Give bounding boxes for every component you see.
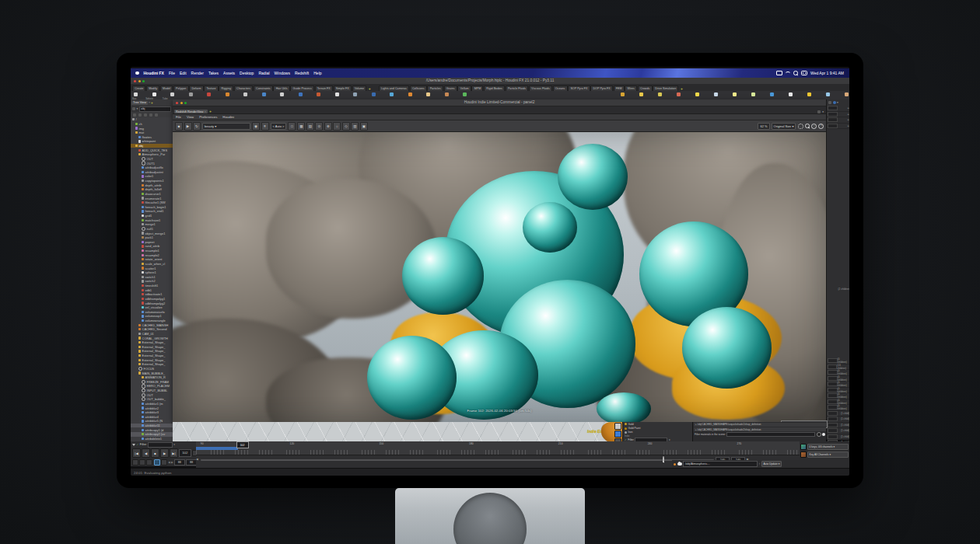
shelf-tab[interactable]: Polygon: [173, 85, 189, 91]
shelf-tab[interactable]: Characters: [234, 85, 253, 91]
shelf-tab[interactable]: Deform: [189, 85, 203, 91]
shelf-tab[interactable]: Lights and Cameras: [379, 85, 409, 91]
view-toggle-icon[interactable]: ⊕: [324, 122, 332, 131]
tree-tool-icon[interactable]: [149, 113, 152, 117]
channel-thumbnail-icon[interactable]: [800, 444, 807, 450]
param-field[interactable]: [828, 112, 838, 117]
shelf-tool-icon[interactable]: [789, 92, 793, 96]
range-start-field[interactable]: 88: [174, 459, 185, 466]
children-row[interactable]: (1 child): [827, 428, 849, 434]
shelf-tab[interactable]: Volume: [352, 85, 367, 91]
shelf-tool-icon[interactable]: [733, 92, 737, 96]
zoom-button[interactable]: [184, 102, 187, 104]
zoom-button[interactable]: [142, 80, 145, 82]
shelf-tab[interactable]: Modify: [146, 85, 159, 91]
export-toggle-icon[interactable]: [146, 459, 152, 466]
shelf-tool-icon[interactable]: [807, 92, 811, 96]
shop-path-row[interactable]: ▸ /obj/CACHED_MAINSHAPE/uvquickshade1/sh…: [694, 423, 826, 427]
cloud-icon[interactable]: [677, 462, 682, 466]
param-field[interactable]: [828, 124, 838, 128]
menu-app-name[interactable]: Houdini FX: [144, 71, 164, 75]
range-left-arrow-icon[interactable]: ◀: [196, 458, 198, 461]
tree-path-field[interactable]: obj: [139, 106, 171, 112]
info-icon[interactable]: i: [811, 124, 817, 129]
panel-menu-item[interactable]: Houdini: [222, 115, 234, 119]
render-control-icon[interactable]: ↻: [193, 122, 201, 131]
shelf-tab[interactable]: Particle Fluids: [506, 85, 529, 91]
tree-tool-icon[interactable]: [138, 113, 142, 117]
render-control-icon[interactable]: ▶: [184, 122, 192, 131]
toggle-dark-icon[interactable]: [817, 432, 821, 437]
tree-tool-icon[interactable]: [133, 113, 136, 117]
zoom-level-field[interactable]: 62 %: [758, 123, 769, 130]
shelf-tab[interactable]: Vellum: [457, 85, 471, 91]
scene-filter-input[interactable]: [726, 432, 815, 438]
transport-button[interactable]: ▶|: [170, 448, 178, 458]
shelf-tool-icon[interactable]: [426, 92, 430, 96]
playhead-marker[interactable]: 102: [236, 441, 249, 448]
view-toggle-icon[interactable]: ▥: [351, 122, 359, 131]
shelf-tab[interactable]: Texture: [204, 85, 218, 91]
tab-tree-view[interactable]: Tree View: [131, 101, 148, 105]
shelf-tool-icon[interactable]: [714, 92, 718, 96]
menu-clock[interactable]: Wed Apr 1 9:41 AM: [810, 71, 844, 75]
minimize-button[interactable]: [180, 102, 183, 104]
chevron-down-icon[interactable]: ▾: [137, 107, 138, 110]
tab-close-icon[interactable]: ×: [149, 101, 150, 104]
menu-item[interactable]: Desktop: [240, 71, 254, 75]
shelf-tool-icon[interactable]: [408, 92, 412, 96]
shelf-tab[interactable]: Crowds: [638, 85, 653, 91]
shelf-tab[interactable]: Particles: [427, 85, 443, 91]
keys-summary-dropdown[interactable]: 0 keys, 0/0 channels ▾: [807, 444, 849, 450]
view-toggle-icon[interactable]: ◇: [342, 122, 350, 131]
shelf-tool-icon[interactable]: [262, 92, 266, 96]
pane-menu-icon[interactable]: [817, 110, 821, 113]
node-sphere-icon[interactable]: [833, 101, 836, 104]
shelf-tab[interactable]: Guide Process: [290, 85, 314, 91]
tree-node[interactable]: attribdelete1: [131, 437, 173, 441]
render-mid-icon[interactable]: ◉: [252, 122, 260, 131]
snapshot-selector[interactable]: < Auto >: [271, 123, 287, 130]
param-field[interactable]: [828, 106, 838, 110]
menu-item[interactable]: Redshift: [295, 71, 309, 75]
apple-icon[interactable]: [135, 71, 139, 75]
stow-button-blue[interactable]: [614, 431, 621, 438]
help-icon[interactable]: ?: [818, 124, 824, 129]
shelf-tab[interactable]: Oceans: [553, 85, 568, 91]
shelf-tool-icon[interactable]: [845, 92, 849, 96]
shelf-tab[interactable]: FEM: [614, 85, 625, 91]
shelf-tab[interactable]: Hair Utils: [273, 85, 289, 91]
shelf-tool-icon[interactable]: [280, 92, 284, 96]
children-row[interactable]: (1 child): [827, 411, 849, 417]
render-control-icon[interactable]: ■: [175, 122, 183, 131]
tab-add-icon[interactable]: +: [209, 109, 212, 113]
pin-icon[interactable]: [828, 101, 831, 104]
shelf-tool-icon[interactable]: [658, 92, 662, 96]
key-thumbnail-icon[interactable]: [800, 452, 807, 458]
shelf-tab[interactable]: Grains: [444, 85, 457, 91]
shelf-tool-icon[interactable]: [317, 92, 320, 96]
toggle-light-icon[interactable]: [822, 433, 825, 436]
shelf-tool-icon[interactable]: [677, 92, 681, 96]
shelf-tool-icon[interactable]: [463, 92, 467, 96]
plug-icon[interactable]: ⇜: [847, 113, 849, 116]
children-row[interactable]: (0 children): [827, 405, 849, 411]
shelf-tab[interactable]: Collisions: [410, 85, 427, 91]
search-keys-icon[interactable]: [663, 456, 664, 462]
shelf-tab[interactable]: Simple FX: [334, 85, 352, 91]
shelf-tab[interactable]: Rigid Bodies: [484, 85, 505, 91]
tab-redshift-renderview[interactable]: Redshift RenderView ×: [174, 110, 208, 113]
spotlight-search-icon[interactable]: [793, 71, 798, 75]
auto-update-dropdown[interactable]: Auto Update ▾: [761, 461, 782, 467]
shelf-tab[interactable]: DOP Pyro FX: [590, 85, 613, 91]
image-size-dropdown[interactable]: Original Size ▾: [772, 123, 796, 130]
swap-arrows-icon[interactable]: ↕: [759, 462, 761, 466]
path-home-icon[interactable]: [132, 107, 135, 110]
shelf-tool-icon[interactable]: [299, 92, 303, 96]
current-node-path-field[interactable]: /obj/Atmospheric...: [683, 461, 758, 468]
tree-tool-icon[interactable]: [144, 113, 147, 117]
shelf-tool-icon[interactable]: [826, 92, 830, 96]
minimize-button[interactable]: [138, 80, 141, 82]
shelf-tool-icon[interactable]: [134, 92, 138, 96]
chevron-down-icon[interactable]: ▾: [173, 443, 175, 446]
